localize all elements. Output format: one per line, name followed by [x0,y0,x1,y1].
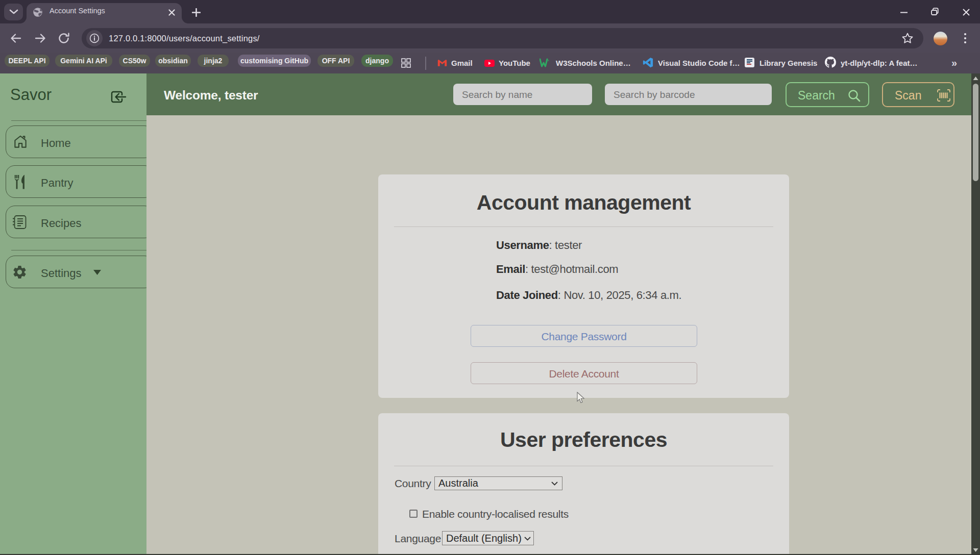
svg-text:³: ³ [548,59,549,63]
